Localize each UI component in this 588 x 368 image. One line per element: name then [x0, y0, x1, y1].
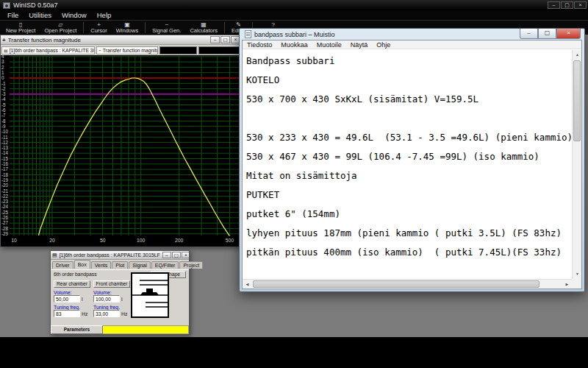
front-volume-field[interactable]: 100,00: [93, 295, 120, 302]
toolbar-button-label: Cursor: [90, 28, 107, 34]
notepad-close-button[interactable]: ×: [556, 29, 581, 39]
project-maximize-button[interactable]: ▢: [172, 252, 181, 258]
plot-window-icon: +: [2, 37, 6, 43]
close-button[interactable]: ×: [574, 1, 587, 9]
project-close-button[interactable]: ×: [182, 252, 189, 258]
front-volume-unit: l: [121, 297, 123, 302]
svg-text:-19: -19: [1, 177, 9, 183]
front-chamber-panel: Front chamber Volume: 100,00 l Tuning fr…: [93, 280, 130, 331]
svg-text:-15: -15: [1, 156, 9, 161]
svg-text:-5: -5: [1, 102, 6, 107]
cursor-readout-1: [159, 46, 198, 54]
project-window-icon: ▤: [52, 252, 57, 258]
project-selector-value: [1]6th order bandpass : KAPPALITE 3015LF: [10, 48, 96, 53]
project-minimize-button[interactable]: –: [162, 252, 171, 258]
notepad-menu-nayta[interactable]: Näytä: [346, 41, 373, 49]
project-window-footer: Parameters: [51, 325, 189, 334]
rear-chamber-panel: Rear chamber Volume: 50,00 l Tuning freq…: [54, 280, 90, 331]
toolbar-button-calculators[interactable]: ▦Calculators: [185, 21, 222, 35]
toolbar-button-windows[interactable]: ▣Windows: [112, 21, 143, 35]
svg-text:-22: -22: [1, 194, 9, 199]
graph-selector-value: Transfer function magnitude: [103, 48, 158, 53]
toolbar-button-label: Windows: [116, 28, 138, 34]
notepad-menu-tiedosto[interactable]: Tiedosto: [243, 41, 276, 49]
plot-maximize-button[interactable]: ▢: [220, 36, 230, 43]
toolbar-button-open-project[interactable]: ▱Open Project: [40, 21, 81, 35]
notepad-text: Bandpass subbari KOTELO 530 x 700 x 430 …: [243, 50, 572, 262]
horizontal-scroll-thumb[interactable]: [253, 280, 539, 288]
toolbar-separator: [83, 22, 84, 33]
scroll-up-icon[interactable]: ▲: [573, 50, 582, 60]
winisd-app-icon: [3, 2, 10, 9]
tab-eq-filter[interactable]: EQ/Filter: [151, 261, 179, 269]
svg-text:-25: -25: [1, 210, 9, 215]
cursor-readout-2: [198, 46, 241, 54]
plot-canvas[interactable]: 43210-1-2-3-4-5-6-7-8-9-10-11-12-13-14-1…: [1, 55, 242, 247]
tab-box[interactable]: Box: [74, 260, 90, 269]
rear-tuning-field[interactable]: 83: [54, 310, 80, 317]
box-cross-section-diagram: [131, 272, 169, 318]
menu-utilities[interactable]: Utilities: [24, 11, 57, 19]
svg-text:-4: -4: [1, 96, 6, 102]
tab-project[interactable]: Project: [179, 261, 203, 269]
parameters-button[interactable]: Parameters: [51, 325, 103, 334]
menu-file[interactable]: File: [2, 11, 24, 19]
front-tuning-field[interactable]: 33,00: [93, 310, 120, 317]
toolbar-button-cursor[interactable]: +Cursor: [86, 21, 112, 35]
front-chamber-header[interactable]: Front chamber: [93, 280, 130, 288]
svg-text:-21: -21: [1, 188, 9, 194]
vertical-scroll-thumb[interactable]: [573, 60, 581, 141]
graph-selector-dropdown[interactable]: ~ Transfer function magnitude ▸: [96, 46, 157, 54]
transfer-function-icon: ~: [98, 48, 101, 52]
scroll-left-icon[interactable]: ◀: [243, 280, 252, 289]
notepad-horizontal-scrollbar[interactable]: ◀ ▶: [243, 279, 572, 289]
notepad-title: bandpass subbari – Muistio: [254, 31, 335, 38]
svg-text:-9: -9: [1, 124, 6, 129]
desktop-background: [0, 337, 588, 368]
tab-plot[interactable]: Plot: [112, 261, 128, 269]
notepad-menu-muokkaa[interactable]: Muokkaa: [276, 41, 312, 49]
project-window: ▤ [1]6th order bandpass : KAPPALITE 3015…: [50, 250, 190, 335]
rear-tuning-label: Tuning freq.: [54, 305, 90, 310]
minimize-button[interactable]: –: [548, 1, 560, 9]
toolbar-button-label: New Project: [6, 28, 35, 34]
svg-text:20: 20: [49, 238, 55, 243]
scroll-down-icon[interactable]: ▼: [573, 269, 582, 279]
toolbar-separator: [145, 22, 146, 33]
plot-minimize-button[interactable]: –: [210, 36, 220, 43]
toolbar-button-label: Open Project: [44, 28, 76, 34]
project-selector-dropdown[interactable]: ▤ [1]6th order bandpass : KAPPALITE 3015…: [1, 46, 95, 54]
svg-text:-10: -10: [1, 129, 9, 134]
svg-text:-27: -27: [1, 220, 9, 225]
front-tuning-unit: Hz: [121, 311, 127, 316]
notepad-vertical-scrollbar[interactable]: ▲ ▼: [572, 50, 581, 279]
menu-window[interactable]: Window: [57, 11, 92, 19]
notepad-minimize-button[interactable]: –: [520, 29, 538, 39]
notepad-text-area[interactable]: Bandpass subbari KOTELO 530 x 700 x 430 …: [243, 50, 572, 279]
menu-help[interactable]: Help: [92, 11, 117, 19]
scrollbar-corner: [572, 279, 581, 289]
tab-signal[interactable]: Signal: [129, 261, 150, 269]
rear-chamber-header[interactable]: Rear chamber: [54, 280, 90, 288]
toolbar-separator: [224, 22, 225, 33]
maximize-button[interactable]: ▢: [561, 1, 573, 9]
winisd-menubar: FileUtilitiesWindowHelp: [0, 10, 588, 21]
notepad-menu-muotoile[interactable]: Muotoile: [312, 41, 346, 49]
notepad-maximize-button[interactable]: ▢: [538, 29, 556, 39]
winisd-titlebar: WinISD 0.50a7 – ▢ ×: [0, 0, 588, 10]
svg-text:-23: -23: [1, 199, 9, 204]
toolbar-button-signal-gen-[interactable]: ~Signal Gen.: [148, 21, 185, 35]
svg-text:-28: -28: [1, 226, 9, 231]
notepad-menu-ohje[interactable]: Ohje: [372, 41, 395, 49]
notepad-window: bandpass subbari – Muistio – ▢ × Tiedost…: [239, 28, 585, 292]
svg-text:-1: -1: [1, 81, 6, 86]
svg-text:4: 4: [1, 55, 4, 59]
svg-text:2: 2: [1, 65, 4, 70]
svg-text:1: 1: [1, 70, 4, 75]
tab-vents[interactable]: Vents: [91, 261, 112, 269]
rear-volume-field[interactable]: 50,00: [54, 295, 80, 302]
rear-volume-label: Volume:: [54, 290, 90, 295]
tab-driver[interactable]: Driver: [52, 261, 74, 269]
toolbar-button-new-project[interactable]: ▯New Project: [1, 21, 40, 35]
scroll-right-icon[interactable]: ▶: [562, 280, 572, 289]
